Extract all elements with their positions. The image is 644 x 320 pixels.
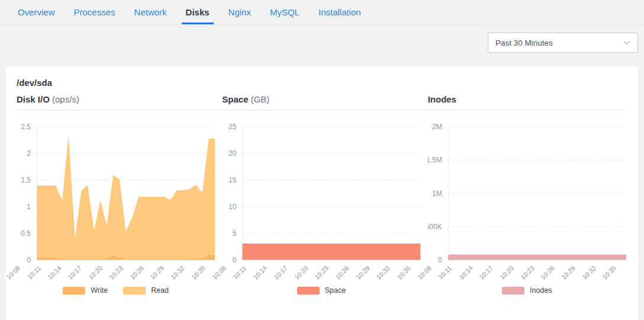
y-axis-label: 1 — [27, 203, 31, 211]
chart-svg[interactable] — [448, 127, 626, 260]
y-axis: 0500K1M1.5M2M — [428, 121, 448, 266]
chart-svg[interactable] — [37, 127, 215, 260]
x-axis-label: 10:35 — [190, 264, 207, 281]
plot-area[interactable] — [37, 127, 215, 260]
plot-area[interactable] — [242, 127, 420, 260]
chart-title-text: Inodes — [428, 94, 456, 104]
x-axis-label: 10:35 — [601, 264, 617, 281]
chart-panel: 0510152025 10:0810:1110:1410:1710:2010:2… — [222, 127, 420, 295]
tab-overview[interactable]: Overview — [14, 0, 59, 24]
legend-swatch — [123, 287, 146, 295]
x-axis-label: 10:08 — [5, 264, 22, 281]
legend-label: Read — [151, 286, 169, 295]
chart-title-text: Space — [222, 94, 248, 104]
y-axis-label: 0.5 — [21, 229, 31, 238]
chart-title: Disk I/O (ops/s) — [17, 94, 215, 104]
y-axis-label: 25 — [228, 123, 236, 131]
legend-label: Write — [91, 286, 108, 295]
x-axis-label: 10:11 — [437, 264, 453, 280]
legend-item-write[interactable]: Write — [63, 286, 108, 295]
x-axis-label: 10:29 — [149, 264, 165, 281]
y-axis-label: 500K — [428, 223, 442, 231]
x-axis-label: 10:26 — [539, 264, 556, 281]
plot-area[interactable] — [448, 127, 626, 260]
x-axis-label: 10:29 — [355, 264, 371, 281]
x-axis-label: 10:14 — [46, 264, 63, 281]
x-axis-label: 10:20 — [293, 264, 310, 281]
x-axis-label: 10:26 — [334, 264, 350, 281]
legend-swatch — [63, 287, 85, 295]
chart-panel: 0500K1M1.5M2M 10:0810:1110:1410:1710:201… — [428, 127, 626, 295]
y-axis-label: 20 — [228, 149, 236, 158]
y-axis-label: 10 — [228, 203, 236, 211]
series-area-inodes — [448, 254, 626, 260]
x-axis-label: 10:26 — [128, 264, 145, 281]
x-axis-label: 10:20 — [87, 264, 104, 281]
tab-installation[interactable]: Installation — [314, 0, 365, 24]
y-axis-label: 2 — [27, 149, 31, 158]
legend-swatch — [297, 287, 320, 295]
charts-row: 00.511.522.5 10:0810:1110:1410:1710:2010… — [17, 127, 626, 295]
chart-legend: WriteRead — [17, 286, 215, 295]
x-axis: 10:0810:1110:1410:1710:2010:2310:2610:29… — [222, 260, 420, 286]
chart-legend: Space — [222, 286, 420, 295]
chart-title-text: Disk I/O — [17, 94, 50, 104]
y-axis: 00.511.522.5 — [17, 121, 37, 266]
chart-body: 0510152025 — [222, 127, 420, 260]
disk-panel: /dev/sda Disk I/O (ops/s) Space (GB) Ino… — [6, 66, 638, 320]
y-axis-label: 15 — [228, 176, 236, 184]
legend-swatch — [502, 287, 524, 295]
panel-title: /dev/sda — [17, 78, 626, 88]
tab-processes[interactable]: Processes — [70, 0, 120, 24]
tab-mysql[interactable]: MySQL — [266, 0, 304, 24]
chart-legend: Inodes — [428, 286, 626, 295]
x-axis-label: 10:23 — [108, 264, 124, 281]
x-axis-label: 10:29 — [560, 264, 577, 281]
y-axis-label: 2M — [432, 123, 442, 131]
series-area-space — [242, 244, 420, 260]
legend-item-inodes[interactable]: Inodes — [502, 286, 552, 295]
x-axis: 10:0810:1110:1410:1710:2010:2310:2610:29… — [428, 260, 626, 286]
x-axis: 10:0810:1110:1410:1710:2010:2310:2610:29… — [17, 260, 215, 286]
x-axis-label: 10:32 — [581, 264, 597, 281]
chart-body: 0500K1M1.5M2M — [428, 127, 626, 260]
chart-panel: 00.511.522.5 10:0810:1110:1410:1710:2010… — [17, 127, 215, 295]
x-axis-label: 10:23 — [519, 264, 536, 281]
x-axis-label: 10:32 — [375, 264, 392, 281]
y-axis-label: 2.5 — [21, 123, 31, 131]
x-axis-label: 10:35 — [395, 264, 412, 281]
chevron-down-icon — [622, 38, 632, 47]
chart-svg[interactable] — [242, 127, 420, 260]
x-axis-label: 10:11 — [26, 264, 42, 280]
x-axis-label: 10:32 — [169, 264, 186, 281]
tab-network[interactable]: Network — [130, 0, 171, 24]
y-axis-label: 5 — [233, 229, 237, 238]
legend-item-read[interactable]: Read — [123, 286, 169, 295]
x-axis-label: 10:20 — [498, 264, 515, 281]
y-axis-label: 1.5 — [21, 176, 31, 184]
x-axis-label: 10:17 — [272, 264, 289, 281]
chart-title-unit: (GB) — [251, 94, 270, 104]
legend-label: Space — [325, 286, 346, 295]
time-range-select[interactable]: Past 30 Minutes — [488, 33, 638, 53]
tab-bar: Overview Processes Network Disks Nginx M… — [0, 0, 644, 25]
tab-nginx[interactable]: Nginx — [224, 0, 255, 24]
x-axis-label: 10:17 — [478, 264, 494, 281]
y-axis-label: 1.5M — [428, 156, 442, 164]
x-axis-label: 10:23 — [313, 264, 330, 281]
x-axis-label: 10:17 — [66, 264, 83, 281]
x-axis-label: 10:14 — [458, 264, 474, 281]
x-axis-label: 10:14 — [252, 264, 268, 281]
legend-label: Inodes — [530, 286, 552, 295]
toolbar: Past 30 Minutes — [0, 25, 644, 53]
chart-headers-row: Disk I/O (ops/s) Space (GB) Inodes — [17, 94, 626, 110]
chart-title-unit: (ops/s) — [52, 94, 79, 104]
chart-title: Space (GB) — [222, 94, 420, 104]
y-axis: 0510152025 — [222, 121, 242, 266]
y-axis-label: 1M — [432, 190, 442, 198]
chart-title: Inodes — [428, 94, 626, 104]
legend-item-space[interactable]: Space — [297, 286, 346, 295]
tab-disks[interactable]: Disks — [182, 0, 214, 24]
time-range-value: Past 30 Minutes — [495, 39, 553, 47]
x-axis-label: 10:11 — [231, 264, 247, 280]
